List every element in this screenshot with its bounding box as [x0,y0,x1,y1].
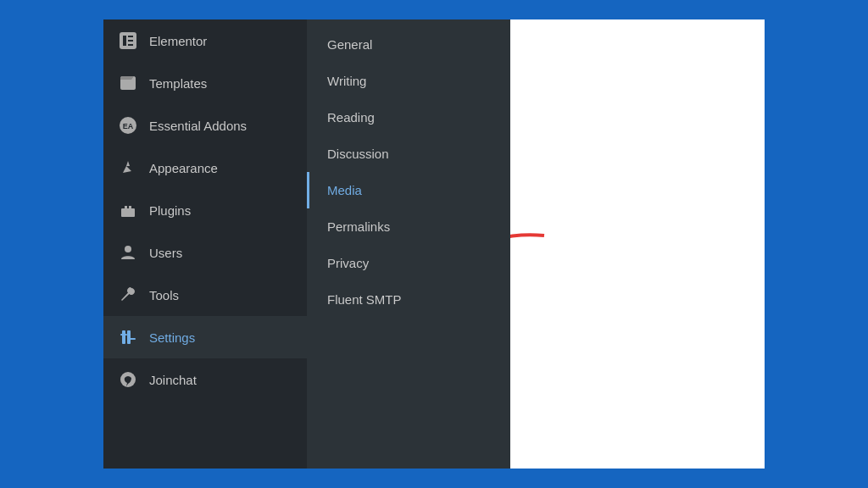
sidebar-item-essential-addons[interactable]: EA Essential Addons [103,104,307,147]
sidebar-item-label-joinchat: Joinchat [149,373,197,387]
sidebar-item-label-appearance: Appearance [149,161,218,175]
essential-addons-icon: EA [119,116,137,135]
tools-icon [119,286,137,304]
sidebar-item-label-plugins: Plugins [149,203,191,218]
submenu-item-writing[interactable]: Writing [307,63,510,99]
sidebar-item-label-elementor: Elementor [149,34,207,48]
submenu-label-fluent-smtp: Fluent SMTP [327,292,402,307]
submenu-item-permalinks[interactable]: Permalinks [307,208,510,245]
sidebar-item-tools[interactable]: Tools [103,274,307,316]
sidebar-item-label-tools: Tools [149,288,179,302]
sidebar-item-label-ea: Essential Addons [149,119,247,133]
svg-rect-9 [129,206,131,209]
elementor-icon [119,31,137,50]
submenu-item-reading[interactable]: Reading [307,99,510,136]
submenu-label-privacy: Privacy [327,256,369,270]
templates-icon [119,74,137,92]
sidebar-item-templates[interactable]: Templates [103,62,307,104]
svg-rect-7 [121,208,135,217]
users-icon [119,243,137,262]
submenu-item-media[interactable]: Media [307,172,510,208]
svg-rect-3 [128,40,133,42]
sidebar-item-joinchat[interactable]: Joinchat [103,358,307,401]
sidebar-item-elementor[interactable]: Elementor [103,19,307,62]
appearance-icon [119,158,137,177]
main-container: Elementor Templates EA Essential Addons [103,19,765,469]
sidebar-item-label-users: Users [149,246,182,260]
submenu-label-discussion: Discussion [327,147,389,161]
sidebar-item-label-templates: Templates [149,76,207,91]
submenu-item-discussion[interactable]: Discussion [307,136,510,172]
joinchat-icon [119,370,137,389]
svg-rect-12 [127,330,131,344]
sidebar-item-users[interactable]: Users [103,231,307,274]
sidebar-item-settings[interactable]: Settings [103,316,307,358]
submenu-item-privacy[interactable]: Privacy [307,245,510,281]
sidebar-item-appearance[interactable]: Appearance [103,147,307,189]
submenu-item-fluent-smtp[interactable]: Fluent SMTP [307,281,510,318]
svg-rect-14 [129,338,136,340]
sidebar: Elementor Templates EA Essential Addons [103,19,307,469]
svg-rect-1 [123,36,126,46]
submenu-label-reading: Reading [327,110,375,125]
svg-rect-13 [120,334,127,336]
svg-rect-11 [122,330,125,344]
svg-rect-4 [128,44,133,46]
plugins-icon [119,201,137,219]
submenu-item-general[interactable]: General [307,26,510,63]
svg-rect-2 [128,36,133,37]
submenu-label-media: Media [327,183,362,197]
svg-rect-8 [125,206,127,209]
submenu-label-writing: Writing [327,74,366,88]
sidebar-item-plugins[interactable]: Plugins [103,189,307,231]
submenu-panel: General Writing Reading Discussion Media… [307,19,510,469]
svg-point-10 [125,246,131,252]
submenu-label-permalinks: Permalinks [327,219,390,234]
svg-text:EA: EA [123,122,134,130]
submenu-label-general: General [327,37,372,52]
settings-icon [119,328,137,347]
sidebar-item-label-settings: Settings [149,330,195,345]
